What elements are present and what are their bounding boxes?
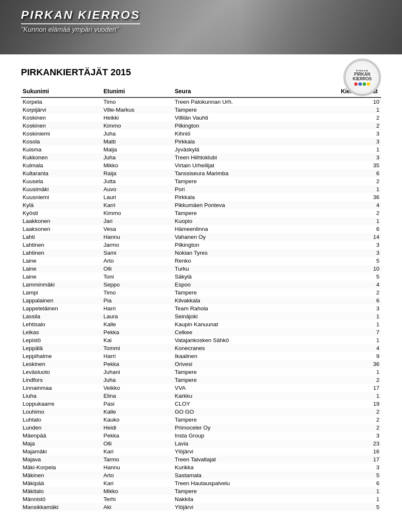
table-cell: Kimmo [102, 209, 173, 217]
table-cell: Leppihalme [21, 352, 102, 360]
table-cell: VVA [173, 384, 298, 392]
table-row: LinnainmaaVeikkoVVA17 [21, 384, 381, 392]
table-cell: 9 [298, 352, 381, 360]
table-cell: 2 [298, 376, 381, 384]
table-cell: Tampere [173, 368, 298, 376]
table-cell: Kihniö [173, 130, 298, 138]
table-cell: Pekka [102, 360, 173, 368]
table-cell: 1 [298, 312, 381, 320]
table-cell: Mäenpää [21, 432, 102, 440]
table-cell: 2 [298, 114, 381, 122]
table-cell: Tampere [173, 209, 298, 217]
table-cell: Kultaranta [21, 169, 102, 177]
table-row: LaakkonenJariKuopio1 [21, 217, 381, 225]
table-row: MajavaTarmoTreen Taivaltajat17 [21, 455, 381, 463]
table-cell: Loppukaarre [21, 400, 102, 408]
table-cell: 1 [298, 185, 381, 193]
table-cell: GO GO [173, 408, 298, 416]
table-cell: Kari [102, 479, 173, 487]
col-header-seura: Seura [173, 86, 298, 97]
logo-text-main: PIRKANKIERROS [353, 72, 372, 81]
table-cell: 19 [298, 400, 381, 408]
table-cell: Juhani [102, 368, 173, 376]
table-cell: Lahtinen [21, 241, 102, 249]
table-row: KosolaMattiPirkkala3 [21, 138, 381, 146]
table-cell: Kalle [102, 408, 173, 416]
table-cell: Louhimo [21, 408, 102, 416]
table-cell: 10 [298, 97, 381, 106]
table-cell: Ville-Markus [102, 106, 173, 114]
table-row: LepistöKaiVatajankosken Sähkö1 [21, 336, 381, 344]
table-cell: Celkee [173, 328, 298, 336]
table-cell: Kuusimäki [21, 185, 102, 193]
table-cell: Mäkitalo [21, 487, 102, 495]
logo-dot-green [363, 82, 366, 86]
table-row: KoskiniemiJuhaKihniö3 [21, 130, 381, 138]
table-cell: 35 [298, 161, 381, 169]
table-cell: 1 [298, 320, 381, 328]
table-row: LaineOlliTurku10 [21, 265, 381, 273]
table-cell: Raija [102, 169, 173, 177]
table-cell: Ylöjärvi [173, 503, 298, 511]
table-cell: 6 [298, 479, 381, 487]
table-cell: 2 [298, 209, 381, 217]
table-cell: Lahtinen [21, 249, 102, 257]
table-cell: Juha [102, 376, 173, 384]
table-cell: 3 [298, 249, 381, 257]
site-title: PIRKAN KIERROS [21, 8, 140, 24]
table-cell: Treen Taivaltajat [173, 455, 298, 463]
table-row: LassilaLauraSeinäjoki1 [21, 312, 381, 320]
table-cell: 3 [298, 241, 381, 249]
table-cell: Kulmala [21, 161, 102, 169]
table-cell: Karkku [173, 392, 298, 400]
table-cell: Primoceler Oy [173, 424, 298, 432]
table-row: LeppäläTommiKonecranes4 [21, 344, 381, 352]
table-cell: Hannu [102, 233, 173, 241]
table-cell: Mansikkamäki [21, 503, 102, 511]
table-row: KyöstiKimmoTampere2 [21, 209, 381, 217]
table-cell: Koskiniemi [21, 130, 102, 138]
table-row: KyläKarriPikkumäen Ponteva4 [21, 201, 381, 209]
table-row: MajamäkiKariYlöjärvi16 [21, 448, 381, 455]
table-cell: 1 [298, 146, 381, 153]
table-row: KorpijärviVille-MarkusTampere1 [21, 106, 381, 114]
table-row: LouhimoKalleGO GO2 [21, 408, 381, 416]
table-cell: 5 [298, 257, 381, 265]
table-cell: Leskinen [21, 360, 102, 368]
logo-dot-blue [358, 82, 362, 86]
table-cell: Vatajankosken Sähkö [173, 336, 298, 344]
table-cell: Tampere [173, 177, 298, 185]
table-cell: Matti [102, 138, 173, 146]
table-cell: Juha [102, 153, 173, 161]
table-cell: Pikkumäen Ponteva [173, 201, 298, 209]
table-cell: Vahanen Oy [173, 233, 298, 241]
table-cell: Luhtalo [21, 416, 102, 424]
table-cell: Seppo [102, 281, 173, 289]
table-row: KuusniemiLauriPirkkala36 [21, 193, 381, 201]
table-row: LehtisaloKalleKaupin Kanuunat1 [21, 320, 381, 328]
participants-table: Sukunimi Etunimi Seura Kierroskerrat Kor… [21, 86, 381, 511]
table-cell: 1 [298, 368, 381, 376]
table-cell: Jari [102, 217, 173, 225]
table-cell: Seinäjoki [173, 312, 298, 320]
col-header-etunimi: Etunimi [102, 86, 173, 97]
table-cell: Ikaalinen [173, 352, 298, 360]
table-row: LaineArtoRenko5 [21, 257, 381, 265]
table-cell: Heidi [102, 424, 173, 432]
table-row: LindforsJuhaTampere2 [21, 376, 381, 384]
table-cell: Mikko [102, 161, 173, 169]
table-cell: Ylöjärvi [173, 448, 298, 455]
table-cell: 4 [298, 344, 381, 352]
table-cell: Koskinen [21, 122, 102, 130]
table-cell: Team Rahola [173, 304, 298, 312]
table-cell: Mikko [102, 487, 173, 495]
table-row: LundenHeidiPrimoceler Oy2 [21, 424, 381, 432]
table-row: Mäki-KorpelaHannuKurikka3 [21, 463, 381, 471]
table-row: LahtiHannuVahanen Oy14 [21, 233, 381, 241]
table-cell: Pilkington [173, 241, 298, 249]
table-cell: 14 [298, 233, 381, 241]
table-row: LappeteläinenHarriTeam Rahola3 [21, 304, 381, 312]
table-row: LamminmäkiSeppoEspoo4 [21, 281, 381, 289]
table-cell: Kosola [21, 138, 102, 146]
logo-dot-yellow [367, 82, 370, 86]
